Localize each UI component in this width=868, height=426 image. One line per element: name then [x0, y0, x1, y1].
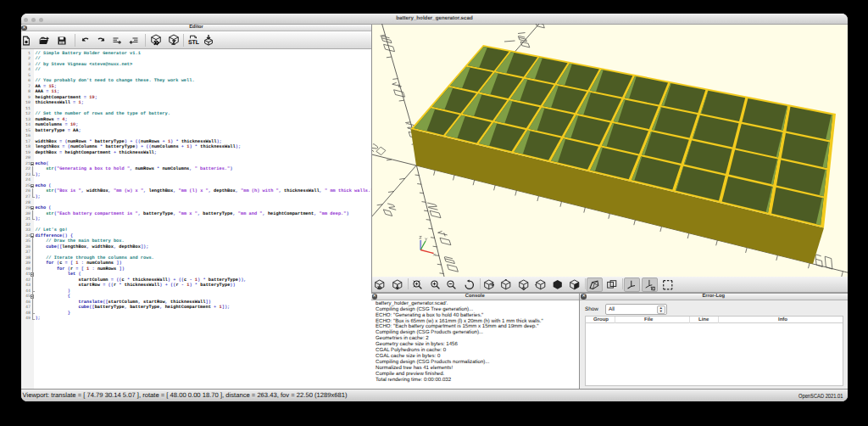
- svg-text:STL: STL: [188, 39, 199, 46]
